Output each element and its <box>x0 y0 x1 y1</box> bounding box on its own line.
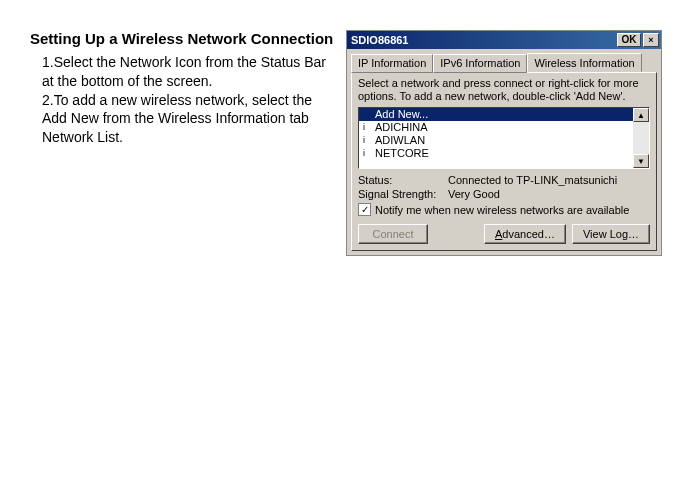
signal-strength-value: Very Good <box>448 187 500 201</box>
tab-ip-information[interactable]: IP Information <box>351 54 433 73</box>
signal-icon: i <box>363 147 371 160</box>
tab-strip: IP Information IPv6 Information Wireless… <box>347 49 661 72</box>
scroll-track[interactable] <box>633 122 649 154</box>
notify-checkbox[interactable]: ✓ <box>358 203 371 216</box>
network-item[interactable]: i NETCORE <box>359 147 633 160</box>
instructions-step-1: 1.Select the Network Icon from the Statu… <box>42 53 340 91</box>
scroll-down-button[interactable]: ▼ <box>633 154 649 168</box>
signal-icon: i <box>363 121 371 134</box>
ok-button[interactable]: OK <box>617 33 641 47</box>
status-value: Connected to TP-LINK_matsunichi <box>448 173 617 187</box>
advanced-button-rest: dvanced… <box>502 228 555 240</box>
tab-wireless-information[interactable]: Wireless Information <box>527 53 641 72</box>
instructions-block: Setting Up a Wireless Network Connection… <box>30 30 340 256</box>
view-log-button[interactable]: View Log… <box>572 224 650 244</box>
close-button[interactable]: × <box>643 33 659 47</box>
network-item[interactable]: i ADICHINA <box>359 121 633 134</box>
network-item[interactable]: i ADIWLAN <box>359 134 633 147</box>
window-title: SDIO86861 <box>351 34 615 46</box>
notify-row: ✓ Notify me when new wireless networks a… <box>358 203 650 216</box>
status-label: Status: <box>358 173 448 187</box>
signal-strength-label: Signal Strength: <box>358 187 448 201</box>
view-log-post: … <box>628 228 639 240</box>
list-scrollbar[interactable]: ▲ ▼ <box>633 108 649 168</box>
status-grid: Status: Connected to TP-LINK_matsunichi … <box>358 173 650 201</box>
hint-text: Select a network and press connect or ri… <box>358 77 650 103</box>
view-log-pre: View Lo <box>583 228 622 240</box>
network-settings-window: SDIO86861 OK × IP Information IPv6 Infor… <box>346 30 662 256</box>
notify-label: Notify me when new wireless networks are… <box>375 204 629 216</box>
network-listbox[interactable]: Add New... i ADICHINA i ADIWLAN i NETCOR… <box>358 107 650 169</box>
connect-button[interactable]: Connect <box>358 224 428 244</box>
scroll-up-button[interactable]: ▲ <box>633 108 649 122</box>
instructions-step-2: 2.To add a new wireless network, select … <box>42 91 340 148</box>
tab-body-wireless: Select a network and press connect or ri… <box>351 72 657 251</box>
button-row: Connect Advanced… View Log… <box>358 224 650 244</box>
network-list-content: Add New... i ADICHINA i ADIWLAN i NETCOR… <box>359 108 633 168</box>
network-name: Add New... <box>375 108 428 121</box>
instructions-heading: Setting Up a Wireless Network Connection <box>30 30 340 49</box>
tab-ipv6-information[interactable]: IPv6 Information <box>433 54 527 73</box>
advanced-button[interactable]: Advanced… <box>484 224 566 244</box>
network-name: ADIWLAN <box>375 134 425 147</box>
network-name: ADICHINA <box>375 121 428 134</box>
signal-icon: i <box>363 134 371 147</box>
network-item-add-new[interactable]: Add New... <box>359 108 633 121</box>
network-name: NETCORE <box>375 147 429 160</box>
window-titlebar: SDIO86861 OK × <box>347 31 661 49</box>
